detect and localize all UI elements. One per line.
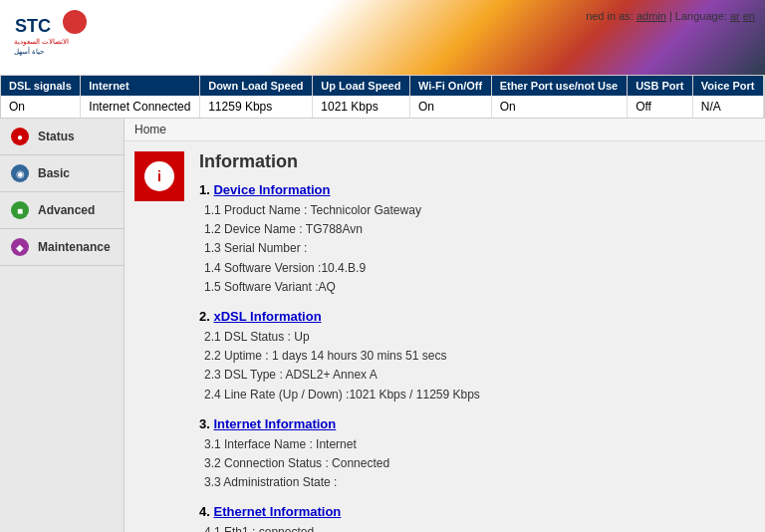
info-content: Information 1. Device Information1.1 Pro… xyxy=(199,151,755,532)
svg-text:حياة أسهل: حياة أسهل xyxy=(14,46,44,56)
section-3: 3. Internet Information3.1 Interface Nam… xyxy=(199,416,755,493)
sidebar-label-maintenance: Maintenance xyxy=(38,240,111,254)
sidebar-item-advanced[interactable]: ■ Advanced xyxy=(0,192,124,229)
svg-text:الاتصالات السعودية: الاتصالات السعودية xyxy=(14,38,69,46)
sidebar: ● Status ◉ Basic ■ Advanced ◆ Maintenanc… xyxy=(0,119,125,532)
page-title: Information xyxy=(199,151,755,172)
section-number-2: 2. xyxy=(199,309,213,324)
info-icon-inner: i xyxy=(144,161,174,191)
logo-container: STC الاتصالات السعودية حياة أسهل xyxy=(10,10,90,65)
section-2: 2. xDSL Information2.1 DSL Status : Up2.… xyxy=(199,309,755,404)
section-3-row-3: 3.3 Administration State : xyxy=(204,473,755,492)
lang-en-link[interactable]: en xyxy=(743,10,755,22)
section-1-row-3: 1.3 Serial Number : xyxy=(204,239,755,258)
auth-text: ned in as: xyxy=(586,10,634,22)
section-2-row-3: 2.3 DSL Type : ADSL2+ Annex A xyxy=(204,366,755,385)
sidebar-label-status: Status xyxy=(38,130,75,143)
breadcrumb: Home xyxy=(125,119,765,141)
section-2-row-4: 2.4 Line Rate (Up / Down) :1021 Kbps / 1… xyxy=(204,386,755,404)
section-1-row-5: 1.5 Software Variant :AQ xyxy=(204,278,755,297)
section-link-2[interactable]: xDSL Information xyxy=(213,309,321,324)
section-2-row-1: 2.1 DSL Status : Up xyxy=(204,328,755,347)
sidebar-item-maintenance[interactable]: ◆ Maintenance xyxy=(0,229,124,266)
header-auth: ned in as: admin | Language: ar en xyxy=(586,10,755,22)
status-header: Wi-Fi On/Off xyxy=(410,76,492,96)
content-body: i Information 1. Device Information1.1 P… xyxy=(125,141,765,532)
section-heading-2: 2. xDSL Information xyxy=(199,309,755,324)
svg-text:STC: STC xyxy=(15,16,51,36)
status-cell: On xyxy=(491,96,628,118)
section-4: 4. Ethernet Information4.1 Eth1 : connec… xyxy=(199,504,755,532)
section-number-4: 4. xyxy=(199,504,213,519)
section-1-row-1: 1.1 Product Name : Technicolor Gateway xyxy=(204,201,755,220)
status-header: Ether Port use/not Use xyxy=(491,76,628,96)
sidebar-label-advanced: Advanced xyxy=(38,203,95,217)
status-table: DSL signalsInternetDown Load SpeedUp Loa… xyxy=(1,76,764,118)
status-header: Internet xyxy=(81,76,200,96)
section-number-1: 1. xyxy=(199,182,213,197)
main-layout: ● Status ◉ Basic ■ Advanced ◆ Maintenanc… xyxy=(0,119,765,532)
section-link-4[interactable]: Ethernet Information xyxy=(213,504,341,519)
status-bar: DSL signalsInternetDown Load SpeedUp Loa… xyxy=(0,75,765,119)
stc-logo: STC الاتصالات السعودية حياة أسهل xyxy=(10,10,90,65)
section-heading-4: 4. Ethernet Information xyxy=(199,504,755,519)
section-heading-3: 3. Internet Information xyxy=(199,416,755,431)
status-cell: N/A xyxy=(692,96,763,118)
status-cell: 11259 Kbps xyxy=(200,96,313,118)
status-cell: Internet Connected xyxy=(81,96,200,118)
section-3-row-1: 3.1 Interface Name : Internet xyxy=(204,435,755,454)
sidebar-item-status[interactable]: ● Status xyxy=(0,119,124,155)
status-cell: Off xyxy=(628,96,693,118)
section-2-row-2: 2.2 Uptime : 1 days 14 hours 30 mins 51 … xyxy=(204,347,755,366)
language-label: Language: xyxy=(675,10,727,22)
section-heading-1: 1. Device Information xyxy=(199,182,755,197)
content-area: Home i Information 1. Device Information… xyxy=(125,119,765,532)
maintenance-icon: ◆ xyxy=(10,237,30,257)
status-header: Voice Port xyxy=(692,76,763,96)
basic-icon: ◉ xyxy=(10,163,30,183)
sidebar-label-basic: Basic xyxy=(38,166,70,180)
status-cell: On xyxy=(1,96,81,118)
advanced-icon: ■ xyxy=(10,200,30,220)
section-link-1[interactable]: Device Information xyxy=(213,182,330,197)
section-4-row-1: 4.1 Eth1 : connected xyxy=(204,523,755,532)
section-1-row-4: 1.4 Software Version :10.4.B.9 xyxy=(204,259,755,278)
info-icon-box: i xyxy=(134,151,184,201)
username-link[interactable]: admin xyxy=(637,10,666,22)
header: STC الاتصالات السعودية حياة أسهل ned in … xyxy=(0,0,765,75)
sidebar-item-basic[interactable]: ◉ Basic xyxy=(0,155,124,192)
section-number-3: 3. xyxy=(199,416,213,431)
status-header: Down Load Speed xyxy=(200,76,313,96)
section-3-row-2: 3.2 Connection Status : Connected xyxy=(204,454,755,473)
section-link-3[interactable]: Internet Information xyxy=(213,416,336,431)
section-1: 1. Device Information1.1 Product Name : … xyxy=(199,182,755,297)
status-header: USB Port xyxy=(628,76,693,96)
svg-point-2 xyxy=(63,10,87,34)
sections-container: 1. Device Information1.1 Product Name : … xyxy=(199,182,755,532)
status-header: Up Load Speed xyxy=(313,76,410,96)
lang-ar-link[interactable]: ar xyxy=(730,10,740,22)
status-cell: 1021 Kbps xyxy=(313,96,410,118)
section-1-row-2: 1.2 Device Name : TG788Avn xyxy=(204,220,755,239)
status-cell: On xyxy=(410,96,492,118)
status-icon: ● xyxy=(10,127,30,146)
status-header: DSL signals xyxy=(1,76,81,96)
